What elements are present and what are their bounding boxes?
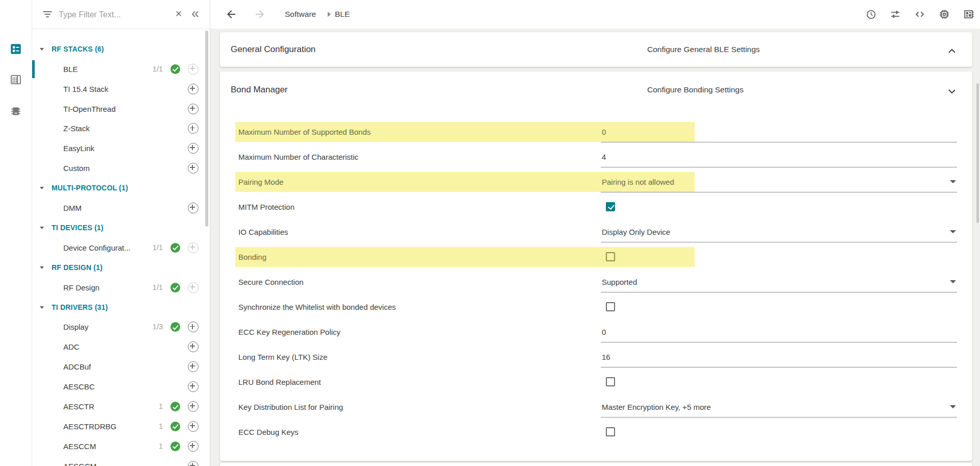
chip-icon[interactable] bbox=[938, 8, 950, 20]
tree-item-adc[interactable]: ADC bbox=[32, 337, 210, 357]
tune-icon[interactable] bbox=[889, 8, 901, 20]
synchronize-the-whitelist-with-bonded-devices-checkbox[interactable] bbox=[606, 302, 615, 311]
field-label: Bonding bbox=[238, 244, 266, 269]
mitm-protection-checkbox[interactable] bbox=[606, 202, 615, 211]
expander-arrow-icon[interactable] bbox=[40, 48, 44, 51]
clear-filter-icon[interactable]: ✕ bbox=[175, 0, 182, 29]
tree-item-aesccm[interactable]: AESCCM1 bbox=[32, 436, 210, 456]
tree-item-label: AESCTRDRBG bbox=[63, 416, 116, 436]
tree-item-aesctrdrbg[interactable]: AESCTRDRBG1 bbox=[32, 416, 210, 436]
module-count: 1/1 bbox=[153, 238, 163, 258]
tree-item-label: EasyLink bbox=[63, 138, 94, 158]
chevron-down-icon[interactable] bbox=[948, 87, 956, 96]
expander-arrow-icon[interactable] bbox=[40, 306, 44, 309]
tree-item-ble[interactable]: BLE1/1 bbox=[32, 59, 210, 79]
sidebar-scrollbar-thumb[interactable] bbox=[205, 31, 208, 227]
forward-arrow-icon[interactable] bbox=[254, 8, 266, 22]
add-module-button[interactable] bbox=[188, 401, 199, 412]
add-module-button[interactable] bbox=[188, 381, 199, 392]
tree-item-easylink[interactable]: EasyLink bbox=[32, 138, 210, 158]
tree-item-ti-15-4-stack[interactable]: TI 15.4 Stack bbox=[32, 79, 210, 99]
lru-bond-replacement-checkbox[interactable] bbox=[606, 377, 615, 386]
input-underline bbox=[601, 367, 957, 367]
software-modules-icon[interactable] bbox=[9, 42, 22, 56]
add-module-button[interactable] bbox=[188, 361, 199, 372]
tree-item-ti-openthread[interactable]: TI-OpenThread bbox=[32, 99, 210, 119]
key-distribution-list-for-pairing-select[interactable]: Master Encryption Key, +5 more bbox=[601, 395, 957, 420]
tree-item-aesctr[interactable]: AESCTR1 bbox=[32, 397, 210, 416]
tree-item-device-configurat[interactable]: Device Configurat...1/1 bbox=[32, 238, 210, 258]
tree-item-dmm[interactable]: DMM bbox=[32, 198, 210, 218]
input-underline bbox=[601, 192, 957, 192]
lru-bond-replacement-checkbox-wrap bbox=[601, 370, 957, 395]
selected-value: Master Encryption Key, +5 more bbox=[602, 395, 711, 420]
history-icon[interactable] bbox=[865, 8, 877, 20]
expander-arrow-icon[interactable] bbox=[40, 266, 44, 269]
module-sidebar: ✕ « RF STACKS (6)BLE1/1TI 15.4 StackTI-O… bbox=[32, 0, 210, 466]
add-module-button[interactable] bbox=[188, 421, 199, 432]
tree-item-adcbuf[interactable]: ADCBuf bbox=[32, 357, 210, 377]
input-underline bbox=[601, 292, 957, 292]
tree-item-display[interactable]: Display1/3 bbox=[32, 317, 210, 337]
add-module-button[interactable] bbox=[188, 123, 199, 134]
io-capabilities-select[interactable]: Display Only Device bbox=[601, 219, 957, 244]
tree-item-label: ADCBuf bbox=[63, 357, 91, 377]
add-module-button[interactable] bbox=[188, 341, 199, 352]
back-arrow-icon[interactable] bbox=[225, 8, 237, 22]
add-module-button[interactable] bbox=[188, 322, 199, 332]
add-module-button[interactable] bbox=[188, 461, 199, 466]
add-module-button[interactable] bbox=[188, 203, 199, 213]
hardware-calculator-icon[interactable] bbox=[9, 73, 22, 86]
tree-item-label: TI 15.4 Stack bbox=[63, 79, 108, 99]
tree-item-label: RF Design bbox=[63, 278, 100, 298]
tree-item-aesgcm[interactable]: AESGCM bbox=[32, 456, 210, 466]
ecc-debug-keys-checkbox[interactable] bbox=[606, 427, 615, 436]
add-module-button[interactable] bbox=[188, 84, 199, 94]
tree-section-ti-devices-1[interactable]: TI DEVICES (1) bbox=[32, 218, 210, 238]
collapse-panel-icon[interactable]: « bbox=[191, 0, 199, 28]
tree-item-label: AESGCM bbox=[63, 456, 96, 466]
tree-item-label: AESCTR bbox=[63, 397, 94, 416]
add-module-button[interactable] bbox=[188, 282, 199, 293]
expander-arrow-icon[interactable] bbox=[40, 227, 44, 229]
add-module-button[interactable] bbox=[188, 441, 199, 452]
tree-section-ti-drivers-31[interactable]: TI DRIVERS (31) bbox=[32, 298, 210, 317]
form-row-bonding: Bonding bbox=[220, 244, 972, 269]
device-chip-icon[interactable] bbox=[9, 105, 22, 118]
filter-input[interactable] bbox=[58, 7, 172, 23]
module-tree: RF STACKS (6)BLE1/1TI 15.4 StackTI-OpenT… bbox=[32, 29, 210, 466]
tree-item-aescbc[interactable]: AESCBC bbox=[32, 377, 210, 397]
maximum-number-of-characteristic-input[interactable]: 4 bbox=[601, 144, 957, 169]
add-module-button[interactable] bbox=[188, 242, 199, 253]
tree-section-rf-design-1[interactable]: RF DESIGN (1) bbox=[32, 258, 210, 278]
field-label: ECC Key Regeneration Policy bbox=[238, 320, 340, 345]
add-module-button[interactable] bbox=[188, 104, 199, 114]
tree-item-custom[interactable]: Custom bbox=[32, 158, 210, 178]
breadcrumb-software[interactable]: Software bbox=[285, 0, 316, 29]
tree-item-label: AESCCM bbox=[63, 436, 96, 456]
ecc-key-regeneration-policy-input[interactable]: 0 bbox=[601, 320, 957, 345]
pairing-mode-select[interactable]: Pairing is not allowed bbox=[601, 169, 957, 194]
form-row-maximum-number-of-characteristic: Maximum Number of Characteristic4 bbox=[220, 144, 972, 169]
tree-section-multi-protocol-1[interactable]: MULTI-PROTOCOL (1) bbox=[32, 178, 210, 198]
secure-connection-select[interactable]: Supported bbox=[601, 269, 957, 295]
long-term-key-ltk-size-input[interactable]: 16 bbox=[601, 345, 957, 370]
field-value: 0 bbox=[602, 320, 606, 345]
section-title: General Configuration bbox=[231, 32, 315, 67]
tree-item-z-stack[interactable]: Z-Stack bbox=[32, 118, 210, 138]
maximum-number-of-supported-bonds-input[interactable]: 0 bbox=[601, 119, 957, 144]
add-module-button[interactable] bbox=[188, 64, 199, 75]
add-module-button[interactable] bbox=[188, 143, 199, 154]
general-configuration-card[interactable]: General Configuration Configure General … bbox=[220, 32, 972, 67]
bonding-checkbox[interactable] bbox=[606, 252, 615, 261]
chevron-up-icon[interactable] bbox=[948, 47, 956, 56]
add-module-button[interactable] bbox=[188, 163, 199, 174]
dev-board-icon[interactable] bbox=[963, 8, 975, 20]
module-count: 1 bbox=[159, 416, 163, 436]
tree-item-rf-design[interactable]: RF Design1/1 bbox=[32, 278, 210, 298]
field-label: MITM Protection bbox=[238, 194, 295, 219]
code-icon[interactable] bbox=[914, 8, 926, 20]
tree-section-rf-stacks-6[interactable]: RF STACKS (6) bbox=[32, 39, 210, 59]
expander-arrow-icon[interactable] bbox=[40, 187, 44, 189]
main-scrollbar-thumb[interactable] bbox=[976, 83, 979, 223]
